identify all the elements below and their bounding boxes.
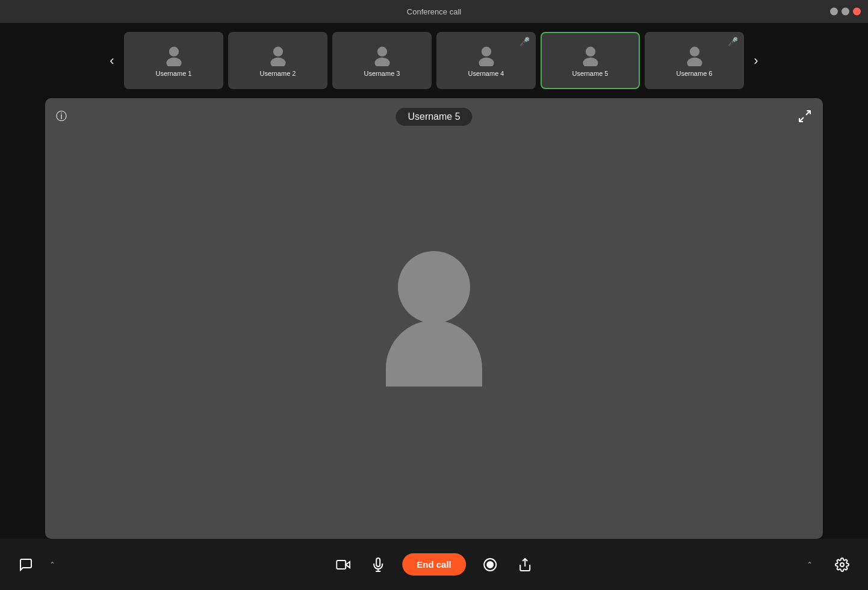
svg-point-9 [583, 57, 598, 66]
svg-point-10 [689, 46, 699, 56]
svg-point-21 [840, 563, 844, 567]
close-button[interactable] [853, 8, 861, 16]
maximize-button[interactable] [842, 8, 849, 16]
svg-point-1 [166, 57, 181, 66]
avatar-body [386, 320, 482, 387]
svg-point-7 [479, 57, 494, 66]
svg-point-8 [585, 46, 595, 56]
title-bar: Conference call [0, 0, 868, 23]
participant-name-5: Username 5 [572, 70, 609, 77]
participant-thumb-5[interactable]: Username 5 [541, 32, 640, 89]
participant-thumb-1[interactable]: Username 1 [124, 32, 223, 89]
participants-list: Username 1 Username 2 Username 3 🎤 Usern… [124, 32, 744, 89]
svg-point-11 [687, 57, 702, 66]
participant-thumb-6[interactable]: 🎤 Username 6 [645, 32, 744, 89]
svg-point-5 [374, 57, 389, 66]
camera-button[interactable] [332, 554, 354, 576]
mute-icon-4: 🎤 [519, 37, 530, 46]
svg-point-2 [273, 46, 282, 56]
record-button[interactable] [479, 554, 501, 576]
chat-button[interactable] [15, 554, 37, 576]
participant-name-3: Username 3 [364, 70, 400, 77]
main-content: ‹ Username 1 Username 2 Username 3 🎤 [0, 23, 868, 590]
participant-name-6: Username 6 [677, 70, 713, 77]
info-icon[interactable]: ⓘ [56, 109, 67, 123]
participant-name-1: Username 1 [156, 70, 192, 77]
minimize-button[interactable] [830, 8, 838, 16]
more-options-button[interactable]: ⌃ [799, 554, 820, 576]
bottom-left-controls: ⌃ [15, 554, 63, 576]
svg-point-19 [487, 562, 493, 568]
svg-point-3 [270, 57, 285, 66]
bottom-right-controls: ⌃ [799, 554, 853, 576]
window-title: Conference call [407, 7, 461, 16]
share-button[interactable] [514, 554, 536, 576]
avatar-head [398, 251, 470, 323]
svg-rect-15 [336, 560, 346, 569]
svg-line-12 [806, 111, 810, 115]
svg-line-13 [799, 117, 804, 122]
main-video-area: ⓘ Username 5 [45, 98, 823, 539]
settings-button[interactable] [831, 554, 853, 576]
end-call-button[interactable]: End call [402, 553, 466, 576]
participant-thumb-3[interactable]: Username 3 [332, 32, 432, 89]
microphone-button[interactable] [367, 554, 389, 576]
chat-options-button[interactable]: ⌃ [42, 554, 63, 576]
svg-point-0 [169, 46, 178, 56]
main-avatar [386, 251, 482, 387]
prev-participant-button[interactable]: ‹ [100, 49, 124, 73]
expand-icon[interactable] [798, 109, 812, 126]
participant-name-4: Username 4 [468, 70, 504, 77]
participants-strip: ‹ Username 1 Username 2 Username 3 🎤 [0, 32, 868, 89]
participant-name-2: Username 2 [260, 70, 296, 77]
svg-marker-14 [346, 562, 350, 568]
svg-point-6 [481, 46, 491, 56]
bottom-bar: ⌃ End call [0, 539, 868, 590]
svg-point-4 [377, 46, 386, 56]
mute-icon-6: 🎤 [728, 37, 738, 46]
bottom-center-controls: End call [332, 553, 536, 576]
participant-thumb-2[interactable]: Username 2 [228, 32, 327, 89]
participant-thumb-4[interactable]: 🎤 Username 4 [436, 32, 536, 89]
main-video-username: Username 5 [395, 108, 472, 126]
traffic-lights [830, 8, 861, 16]
next-participant-button[interactable]: › [744, 49, 768, 73]
